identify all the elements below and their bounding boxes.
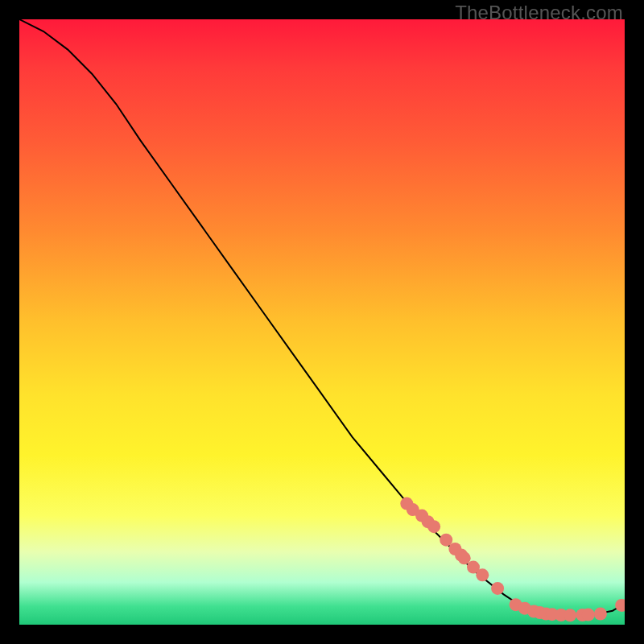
- watermark-text: TheBottleneck.com: [455, 2, 623, 24]
- data-marker: [427, 520, 440, 533]
- data-marker: [491, 582, 504, 595]
- data-marker: [582, 609, 595, 621]
- chart-svg: [19, 19, 625, 625]
- data-marker: [458, 551, 471, 564]
- data-marker: [564, 609, 576, 621]
- data-markers: [400, 497, 625, 622]
- bottleneck-curve: [19, 19, 625, 616]
- data-marker: [594, 608, 607, 621]
- data-marker: [476, 568, 489, 581]
- data-marker: [615, 599, 625, 612]
